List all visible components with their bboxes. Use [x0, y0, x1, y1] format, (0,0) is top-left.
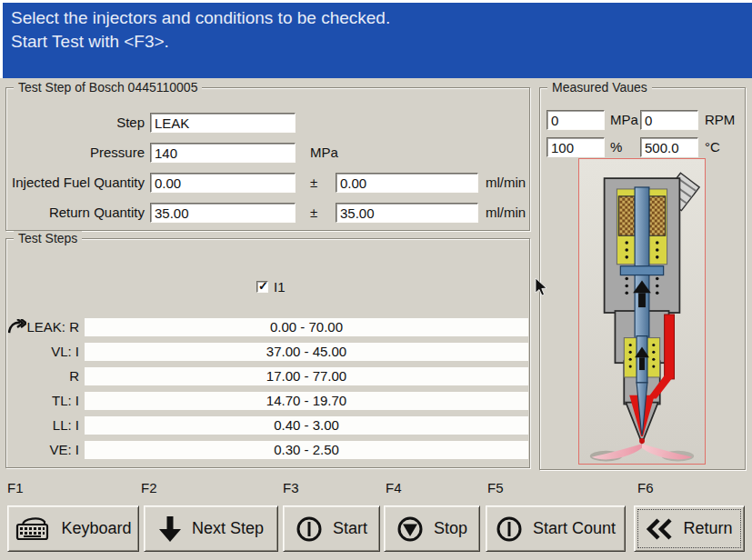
- power-circle-icon: [296, 515, 323, 543]
- return-quantity-tolerance-input[interactable]: [336, 203, 478, 223]
- measured-row-1: MPa RPM: [540, 110, 745, 130]
- step-label: Step: [6, 113, 145, 133]
- stop-button[interactable]: Stop: [384, 505, 480, 552]
- return-quantity-row: Return Quantity ± ml/min: [6, 203, 529, 223]
- double-chevron-left-icon: [646, 518, 673, 540]
- fkey-label-f2: F2: [141, 480, 157, 495]
- measured-percent-unit: %: [610, 137, 622, 157]
- step-input[interactable]: [150, 113, 296, 133]
- banner-line1: Select the injectors and conditions to b…: [11, 6, 752, 30]
- keyboard-button-label: Keyboard: [61, 519, 131, 538]
- return-quantity-input[interactable]: [150, 203, 296, 223]
- row-label: R: [6, 367, 79, 385]
- start-count-button-label: Start Count: [533, 519, 616, 538]
- injector-1-checkbox[interactable]: ✓: [256, 281, 268, 293]
- row-range-value: 0.30 - 2.50: [85, 441, 528, 459]
- measured-pressure-unit: MPa: [610, 110, 638, 130]
- injector-cross-section: [579, 159, 705, 464]
- fkey-label-f4: F4: [386, 480, 402, 495]
- measured-percent-field: [546, 137, 605, 157]
- stop-button-label: Stop: [434, 519, 467, 538]
- return-quantity-label: Return Quantity: [6, 203, 145, 223]
- keyboard-icon: [15, 515, 51, 543]
- keyboard-button[interactable]: Keyboard: [7, 505, 139, 552]
- injected-fuel-quantity-input[interactable]: [150, 173, 296, 193]
- pressure-label: Pressure: [6, 143, 145, 163]
- power-circle-icon: [496, 515, 523, 543]
- pressure-row: Pressure MPa: [6, 143, 529, 163]
- message-banner: Select the injectors and conditions to b…: [0, 3, 752, 78]
- next-step-button[interactable]: Next Step: [144, 505, 278, 552]
- measured-row-2: % °C: [540, 137, 745, 157]
- mouse-cursor: [535, 278, 547, 297]
- row-label: TL: I: [6, 392, 79, 410]
- injected-fuel-quantity-unit: ml/min: [486, 173, 526, 193]
- test-steps-groupbox-title: Test Steps: [14, 231, 82, 245]
- start-count-button[interactable]: Start Count: [486, 505, 626, 552]
- fkey-label-f5: F5: [487, 480, 504, 495]
- measured-values-groupbox: Measured Vaues MPa RPM % °C: [539, 87, 746, 470]
- test-step-row-ll: LL: I 0.40 - 3.00: [6, 416, 529, 435]
- return-button[interactable]: Return: [634, 505, 745, 552]
- test-step-row-tl: TL: I 14.70 - 19.70: [6, 392, 529, 410]
- test-steps-groupbox: Test Steps ✓ I1 LEAK: R 0.00 - 70.00 VL:…: [5, 238, 530, 468]
- start-button-label: Start: [333, 519, 367, 538]
- stop-circle-icon: [396, 515, 424, 543]
- measured-values-groupbox-title: Measured Vaues: [547, 80, 652, 95]
- row-range-value: 14.70 - 19.70: [85, 392, 528, 410]
- row-label: LL: I: [6, 416, 79, 435]
- start-button[interactable]: Start: [283, 505, 380, 552]
- pressure-input[interactable]: [150, 143, 296, 163]
- plus-minus-sign: ±: [310, 173, 317, 193]
- test-step-row-ve: VE: I 0.30 - 2.50: [6, 441, 529, 459]
- return-button-label: Return: [683, 519, 732, 538]
- row-range-value: 37.00 - 45.00: [85, 343, 528, 361]
- injector-diagram-image: [578, 158, 706, 465]
- pressure-unit: MPa: [310, 143, 338, 163]
- row-label: VE: I: [6, 441, 79, 459]
- fkey-label-f1: F1: [7, 480, 24, 495]
- return-quantity-unit: ml/min: [486, 203, 526, 223]
- test-step-groupbox-title: Test Step of Bosch 0445110005: [14, 80, 202, 95]
- row-range-value: 0.40 - 3.00: [85, 416, 528, 435]
- arrow-down-icon: [158, 515, 182, 543]
- injector-1-checkbox-row[interactable]: ✓ I1: [256, 279, 286, 295]
- injected-fuel-quantity-row: Injected Fuel Quantity ± ml/min: [6, 173, 529, 193]
- next-step-button-label: Next Step: [192, 519, 264, 538]
- checkmark-icon: ✓: [258, 279, 268, 293]
- fkey-label-f6: F6: [637, 480, 654, 495]
- injected-fuel-quantity-label: Injected Fuel Quantity: [6, 173, 145, 193]
- row-range-value: 0.00 - 70.00: [85, 318, 528, 336]
- injected-fuel-quantity-tolerance-input[interactable]: [336, 173, 478, 193]
- measured-temperature-field: [640, 137, 698, 157]
- measured-rpm-field: [640, 110, 698, 130]
- measured-pressure-field: [546, 110, 605, 130]
- row-range-value: 17.00 - 77.00: [85, 367, 528, 385]
- fkey-label-f3: F3: [283, 480, 299, 495]
- injector-1-checkbox-label: I1: [274, 279, 286, 295]
- row-label: VL: I: [6, 343, 79, 361]
- test-step-row-vl: VL: I 37.00 - 45.00: [6, 343, 529, 361]
- measured-temperature-unit: °C: [705, 137, 720, 157]
- plus-minus-sign: ±: [310, 203, 317, 223]
- step-row: Step: [6, 113, 529, 133]
- measured-rpm-unit: RPM: [705, 110, 735, 130]
- row-label: LEAK: R: [6, 318, 79, 336]
- app-window: Select the injectors and conditions to b…: [0, 0, 752, 560]
- banner-line2: Start Test with <F3>.: [11, 30, 752, 54]
- test-step-row-r: R 17.00 - 77.00: [6, 367, 529, 385]
- test-step-row-leak: LEAK: R 0.00 - 70.00: [6, 318, 529, 336]
- test-step-groupbox: Test Step of Bosch 0445110005 Step Press…: [5, 87, 530, 231]
